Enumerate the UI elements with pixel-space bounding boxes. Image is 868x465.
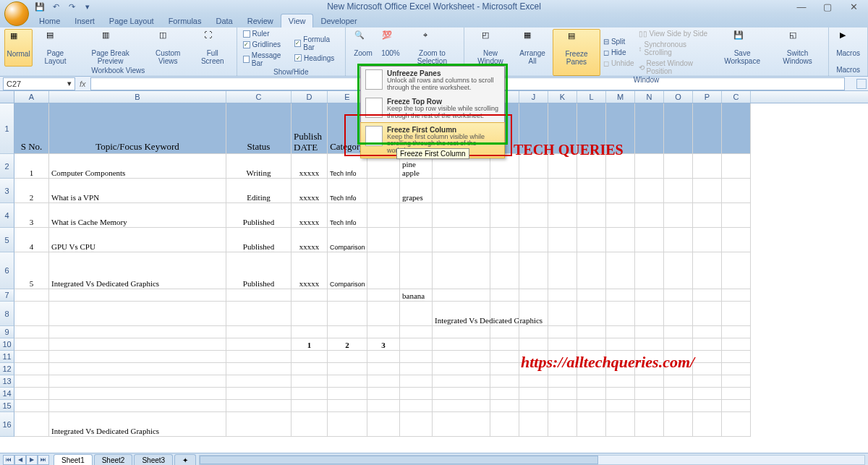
cell[interactable]: Writing [226, 154, 292, 179]
cell[interactable] [49, 326, 226, 338]
cell[interactable] [226, 412, 292, 437]
cell[interactable] [693, 375, 722, 388]
cell[interactable] [693, 252, 722, 289]
cell[interactable] [635, 375, 664, 388]
cell[interactable] [722, 351, 751, 363]
cell[interactable] [548, 154, 577, 179]
first-sheet-button[interactable]: ⏮ [3, 455, 14, 465]
cell[interactable] [606, 103, 635, 154]
cell[interactable] [577, 154, 606, 179]
cell[interactable] [490, 326, 519, 338]
prev-sheet-button[interactable]: ◀ [14, 455, 26, 465]
cell[interactable]: Editing [226, 179, 292, 203]
cell[interactable]: Integrated Vs Dedicated Graphics [49, 252, 226, 289]
zoom-button[interactable]: 🔍Zoom [350, 29, 376, 67]
cell[interactable] [49, 375, 226, 388]
cell[interactable] [577, 289, 606, 302]
cell[interactable] [292, 363, 328, 375]
cell[interactable] [548, 338, 577, 351]
cell[interactable] [664, 228, 693, 252]
cell[interactable]: 2 [14, 179, 49, 203]
cell[interactable] [577, 228, 606, 252]
last-sheet-button[interactable]: ⏭ [38, 455, 49, 465]
cell[interactable] [548, 203, 577, 228]
cell[interactable] [664, 375, 693, 388]
row-header[interactable]: 5 [0, 228, 14, 252]
cell[interactable] [606, 228, 635, 252]
cell[interactable] [14, 363, 49, 375]
cell[interactable]: Comparison [328, 228, 367, 252]
cell[interactable] [664, 179, 693, 203]
maximize-button[interactable]: ▢ [819, 1, 836, 12]
cell[interactable] [664, 412, 693, 437]
cell[interactable]: Status [226, 103, 292, 154]
headings-check[interactable]: ✓Headings [293, 54, 341, 63]
cell[interactable] [519, 351, 548, 363]
col-header-q[interactable]: C [722, 91, 751, 103]
split-button[interactable]: ⊟ Split [602, 37, 636, 46]
undo-icon[interactable]: ↶ [49, 1, 62, 12]
cell[interactable] [367, 412, 400, 437]
cell[interactable] [519, 326, 548, 338]
cell[interactable] [548, 289, 577, 302]
cell[interactable] [664, 338, 693, 351]
cell[interactable] [328, 412, 367, 437]
office-button[interactable] [4, 1, 29, 26]
cell[interactable] [693, 412, 722, 437]
cell[interactable] [606, 326, 635, 338]
cell[interactable] [400, 228, 433, 252]
unfreeze-panes-item[interactable]: Unfreeze PanesUnlock all rows and column… [361, 67, 504, 95]
cell[interactable] [433, 400, 490, 412]
cell[interactable] [635, 412, 664, 437]
cell[interactable] [367, 302, 400, 326]
tab-insert[interactable]: Insert [67, 14, 102, 27]
row-header[interactable]: 13 [0, 375, 14, 388]
cell[interactable] [400, 412, 433, 437]
cell[interactable] [433, 412, 490, 437]
cell[interactable] [577, 103, 606, 154]
cell[interactable]: S No. [14, 103, 49, 154]
name-box-arrow-icon[interactable]: ▾ [67, 79, 72, 88]
cell[interactable] [14, 338, 49, 351]
full-screen-button[interactable]: ⛶Full Screen [193, 29, 232, 67]
cell[interactable] [292, 326, 328, 338]
sheet-tab-2[interactable]: Sheet2 [94, 454, 133, 466]
cell[interactable] [14, 412, 49, 437]
cell[interactable] [14, 326, 49, 338]
cell[interactable] [606, 203, 635, 228]
cell[interactable]: 2 [328, 338, 367, 351]
cell[interactable] [664, 103, 693, 154]
cell[interactable] [400, 400, 433, 412]
cell[interactable] [367, 375, 400, 388]
row-header[interactable]: 6 [0, 252, 14, 289]
row-header[interactable]: 14 [0, 388, 14, 400]
cell[interactable] [519, 400, 548, 412]
cell[interactable] [519, 228, 548, 252]
cell[interactable] [226, 400, 292, 412]
cell[interactable] [664, 400, 693, 412]
cell[interactable]: Publish DATE [292, 103, 328, 154]
cell[interactable] [433, 228, 490, 252]
cell[interactable]: 3 [14, 203, 49, 228]
cell[interactable] [693, 228, 722, 252]
cell[interactable]: What is a VPN [49, 179, 226, 203]
cell[interactable] [490, 203, 519, 228]
cell[interactable] [606, 388, 635, 400]
zoom-selection-button[interactable]: ⌖Zoom to Selection [405, 29, 459, 67]
cell[interactable] [490, 302, 519, 326]
cell[interactable] [664, 351, 693, 363]
cell[interactable] [722, 363, 751, 375]
row-header[interactable]: 4 [0, 203, 14, 228]
arrange-all-button[interactable]: ▦Arrange All [514, 29, 551, 76]
row-header[interactable]: 10 [0, 338, 14, 351]
cell[interactable] [635, 338, 664, 351]
cell[interactable] [577, 363, 606, 375]
close-button[interactable]: ✕ [845, 1, 862, 12]
cell[interactable] [433, 375, 490, 388]
cell[interactable]: banana [400, 289, 433, 302]
cell[interactable] [490, 375, 519, 388]
cell[interactable] [292, 351, 328, 363]
row-header[interactable]: 16 [0, 412, 14, 437]
cell[interactable] [292, 400, 328, 412]
cell[interactable] [693, 289, 722, 302]
